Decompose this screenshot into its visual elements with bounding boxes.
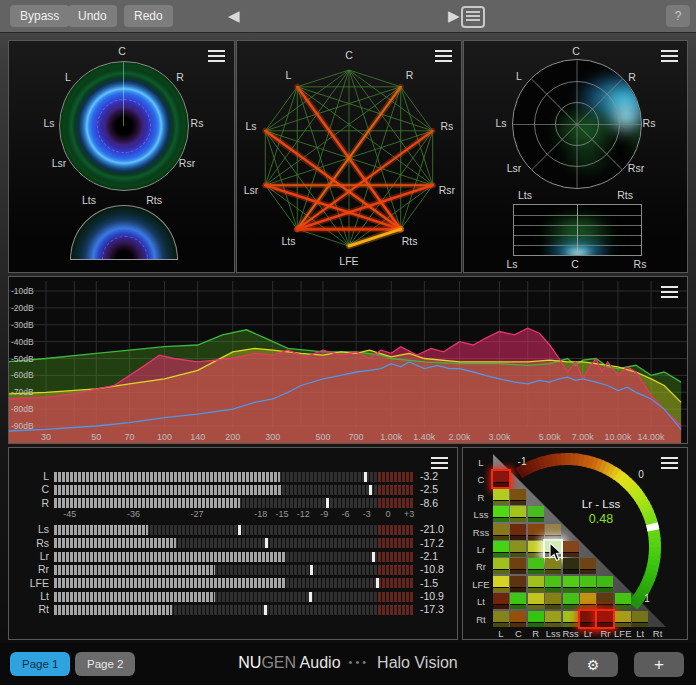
- matrix-cell-Lt-Rss[interactable]: [563, 593, 579, 609]
- freq-tick-label: 7.00k: [572, 432, 595, 442]
- meter-bar-R: [54, 498, 414, 508]
- panel-menu-icon[interactable]: [435, 50, 452, 63]
- playlist-icon[interactable]: [461, 6, 485, 28]
- matrix-cell-R-L[interactable]: [493, 489, 509, 505]
- meter-peak-marker: [264, 605, 267, 615]
- matrix-cell-Rt-L[interactable]: [493, 611, 509, 627]
- matrix-cell-Lt-Lss[interactable]: [545, 593, 561, 609]
- height-energy-bar: [513, 204, 642, 256]
- db-tick-label: -80dB: [11, 404, 34, 414]
- matrix-cell-LFE-Rss[interactable]: [563, 576, 579, 592]
- matrix-cell-Rt-Lss[interactable]: [545, 611, 561, 627]
- matrix-cell-Lt-LFE[interactable]: [615, 593, 631, 609]
- channel-label-C: C: [572, 45, 580, 57]
- meter-peak-marker: [364, 472, 367, 482]
- meter-segments: [54, 605, 172, 615]
- meter-peak-marker: [238, 525, 241, 535]
- matrix-row-label-Lss: Lss: [474, 509, 489, 520]
- matrix-cell-Lr-R[interactable]: [528, 541, 544, 557]
- panel-menu-icon[interactable]: [661, 286, 678, 299]
- spectrum-analyzer-panel: -10dB-20dB-30dB-40dB-50dB-60dB-70dB-80dB…: [8, 276, 688, 444]
- matrix-cell-Rss-C[interactable]: [510, 524, 526, 540]
- meter-bar-Lt: [54, 592, 414, 602]
- channel-label-R: R: [628, 71, 636, 83]
- matrix-cell-Lt-Rr[interactable]: [597, 593, 613, 609]
- play-icon[interactable]: ▶: [448, 7, 460, 25]
- matrix-cell-Rss-R[interactable]: [528, 524, 544, 540]
- gauge-max-label: 1: [644, 593, 650, 604]
- settings-gear-button[interactable]: ⚙: [568, 652, 618, 677]
- matrix-cell-Rr-L[interactable]: [493, 558, 509, 574]
- meter-scale-tick: 0: [385, 509, 390, 519]
- matrix-cell-Rr-Rss[interactable]: [563, 558, 579, 574]
- matrix-cell-Rt-C[interactable]: [510, 611, 526, 627]
- meter-scale-tick: -12: [297, 509, 310, 519]
- freq-tick-label: 2.00k: [448, 432, 471, 442]
- matrix-cell-LFE-Lr[interactable]: [580, 576, 596, 592]
- matrix-cell-Lr-Rss[interactable]: [563, 541, 579, 557]
- matrix-cell-Lt-C[interactable]: [510, 593, 526, 609]
- matrix-cell-Rt-Lt[interactable]: [632, 611, 648, 627]
- meter-segments: [54, 565, 215, 575]
- panel-menu-icon[interactable]: [661, 457, 678, 470]
- panel-menu-icon[interactable]: [661, 50, 678, 63]
- web-node-label-Rts: Rts: [402, 235, 418, 247]
- matrix-cell-LFE-R[interactable]: [528, 576, 544, 592]
- web-node-label-Rsr: Rsr: [439, 184, 455, 196]
- undo-button[interactable]: Undo: [68, 5, 117, 27]
- matrix-cells: [463, 448, 687, 639]
- matrix-cell-Rt-R[interactable]: [528, 611, 544, 627]
- matrix-cell-Lr-L[interactable]: [493, 541, 509, 557]
- back-icon[interactable]: ◀: [228, 7, 240, 25]
- db-tick-label: -60dB: [11, 370, 34, 380]
- matrix-cell-R-C[interactable]: [510, 489, 526, 505]
- meter-segments: [54, 538, 176, 548]
- web-node-label-Lts: Lts: [281, 235, 295, 247]
- matrix-cell-LFE-Rr[interactable]: [597, 576, 613, 592]
- meter-segments: [54, 472, 280, 482]
- matrix-cell-Rr-C[interactable]: [510, 558, 526, 574]
- panel-menu-icon[interactable]: [208, 50, 225, 63]
- matrix-cell-Rt-Rr[interactable]: [595, 609, 615, 629]
- matrix-cell-Rr-R[interactable]: [528, 558, 544, 574]
- matrix-cell-Rss-Lss[interactable]: [545, 524, 561, 540]
- matrix-row-label-Rr: Rr: [476, 561, 486, 572]
- matrix-cell-Lss-C[interactable]: [510, 506, 526, 522]
- bypass-button[interactable]: Bypass: [10, 5, 69, 27]
- matrix-cell-Lss-L[interactable]: [493, 506, 509, 522]
- height-rings-scope: [70, 205, 178, 260]
- db-tick-label: -20dB: [11, 303, 34, 313]
- matrix-cell-Rr-Lr[interactable]: [580, 558, 596, 574]
- page-1-button[interactable]: Page 1: [10, 652, 70, 676]
- meter-value-Ls: -21.0: [420, 523, 444, 535]
- matrix-cell-Lr-C[interactable]: [510, 541, 526, 557]
- matrix-cell-Rss-L[interactable]: [493, 524, 509, 540]
- meter-scale-tick: -36: [127, 509, 140, 519]
- freq-tick-label: 140: [190, 432, 205, 442]
- matrix-cell-Rt-LFE[interactable]: [615, 611, 631, 627]
- matrix-cell-C-L[interactable]: [491, 469, 511, 489]
- redo-button[interactable]: Redo: [124, 5, 173, 27]
- meter-channel-label-Rt: Rt: [9, 603, 49, 615]
- help-button[interactable]: ?: [666, 5, 690, 27]
- matrix-cell-LFE-Lss[interactable]: [545, 576, 561, 592]
- db-tick-label: -30dB: [11, 320, 34, 330]
- correlation-web-panel: CRRsRsrRtsLFELtsLsrLsL: [236, 40, 462, 273]
- surround-rings-scope: [59, 61, 189, 191]
- meter-scale-tick: -6: [342, 509, 350, 519]
- matrix-cell-Rt-Rss[interactable]: [563, 611, 579, 627]
- panel-menu-icon[interactable]: [431, 457, 448, 470]
- meter-scale-tick: -9: [320, 509, 328, 519]
- page-2-button[interactable]: Page 2: [75, 652, 135, 676]
- matrix-cell-Lt-R[interactable]: [528, 593, 544, 609]
- matrix-col-label-Rr: Rr: [600, 628, 610, 639]
- matrix-cell-Lt-L[interactable]: [493, 593, 509, 609]
- meter-bar-Rs: [54, 538, 414, 548]
- add-panel-button[interactable]: +: [634, 652, 684, 677]
- gauge-min-label: -1: [518, 456, 527, 467]
- matrix-cell-LFE-L[interactable]: [493, 576, 509, 592]
- matrix-cell-LFE-C[interactable]: [510, 576, 526, 592]
- meter-bar-C: [54, 485, 414, 495]
- matrix-cell-Lt-Lr[interactable]: [580, 593, 596, 609]
- matrix-cell-Lss-R[interactable]: [528, 506, 544, 522]
